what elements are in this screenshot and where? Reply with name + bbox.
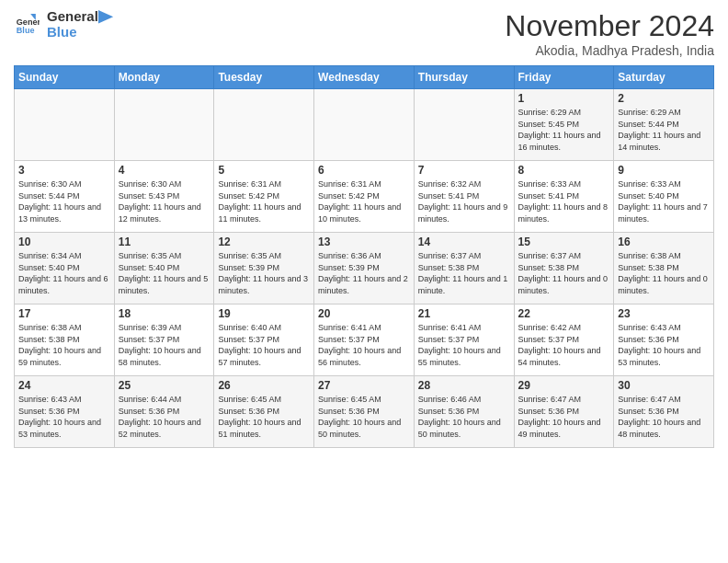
day-info: Sunrise: 6:33 AMSunset: 5:41 PMDaylight:… — [518, 178, 610, 224]
day-number: 15 — [518, 236, 610, 248]
table-row: 15Sunrise: 6:37 AMSunset: 5:38 PMDayligh… — [514, 233, 614, 304]
table-row: 13Sunrise: 6:36 AMSunset: 5:39 PMDayligh… — [314, 233, 415, 304]
table-row: 12Sunrise: 6:35 AMSunset: 5:39 PMDayligh… — [214, 233, 314, 304]
table-row: 18Sunrise: 6:39 AMSunset: 5:37 PMDayligh… — [114, 304, 214, 376]
day-info: Sunrise: 6:32 AMSunset: 5:41 PMDaylight:… — [418, 178, 510, 224]
day-number: 3 — [18, 164, 110, 177]
logo-icon: General Blue — [14, 12, 40, 38]
day-number: 26 — [218, 379, 310, 392]
day-info: Sunrise: 6:35 AMSunset: 5:39 PMDaylight:… — [218, 250, 310, 296]
table-row: 30Sunrise: 6:47 AMSunset: 5:36 PMDayligh… — [614, 376, 714, 448]
day-info: Sunrise: 6:47 AMSunset: 5:36 PMDaylight:… — [618, 394, 710, 440]
table-row — [114, 89, 214, 161]
calendar-week-row: 10Sunrise: 6:34 AMSunset: 5:40 PMDayligh… — [15, 233, 714, 304]
day-info: Sunrise: 6:39 AMSunset: 5:37 PMDaylight:… — [119, 322, 210, 368]
day-number: 13 — [318, 236, 410, 248]
day-number: 6 — [318, 164, 410, 177]
day-number: 23 — [618, 307, 710, 320]
col-sunday: Sunday — [15, 66, 115, 89]
table-row: 17Sunrise: 6:38 AMSunset: 5:38 PMDayligh… — [15, 304, 115, 376]
month-title: November 2024 — [505, 9, 714, 43]
day-info: Sunrise: 6:35 AMSunset: 5:40 PMDaylight:… — [119, 250, 210, 296]
svg-marker-4 — [98, 10, 113, 23]
day-info: Sunrise: 6:41 AMSunset: 5:37 PMDaylight:… — [318, 322, 410, 368]
day-number: 18 — [119, 307, 210, 320]
calendar-week-row: 1Sunrise: 6:29 AMSunset: 5:45 PMDaylight… — [15, 89, 714, 161]
calendar-week-row: 17Sunrise: 6:38 AMSunset: 5:38 PMDayligh… — [15, 304, 714, 376]
table-row: 20Sunrise: 6:41 AMSunset: 5:37 PMDayligh… — [314, 304, 415, 376]
calendar-week-row: 3Sunrise: 6:30 AMSunset: 5:44 PMDaylight… — [15, 161, 714, 233]
calendar-week-row: 24Sunrise: 6:43 AMSunset: 5:36 PMDayligh… — [15, 376, 714, 448]
table-row: 27Sunrise: 6:45 AMSunset: 5:36 PMDayligh… — [314, 376, 415, 448]
location: Akodia, Madhya Pradesh, India — [505, 43, 714, 58]
day-info: Sunrise: 6:29 AMSunset: 5:44 PMDaylight:… — [618, 107, 710, 153]
day-number: 16 — [618, 236, 710, 248]
day-number: 19 — [218, 307, 310, 320]
day-info: Sunrise: 6:31 AMSunset: 5:42 PMDaylight:… — [218, 178, 310, 224]
page: General Blue General Blue November 2024 … — [0, 0, 728, 563]
table-row: 10Sunrise: 6:34 AMSunset: 5:40 PMDayligh… — [15, 233, 115, 304]
day-info: Sunrise: 6:38 AMSunset: 5:38 PMDaylight:… — [618, 250, 710, 296]
day-info: Sunrise: 6:36 AMSunset: 5:39 PMDaylight:… — [318, 250, 410, 296]
table-row: 28Sunrise: 6:46 AMSunset: 5:36 PMDayligh… — [414, 376, 514, 448]
day-number: 7 — [418, 164, 510, 177]
header: General Blue General Blue November 2024 … — [14, 9, 714, 58]
table-row: 9Sunrise: 6:33 AMSunset: 5:40 PMDaylight… — [614, 161, 714, 233]
col-friday: Friday — [514, 66, 614, 89]
day-info: Sunrise: 6:43 AMSunset: 5:36 PMDaylight:… — [618, 322, 710, 368]
day-number: 29 — [518, 379, 610, 392]
logo-general: General — [47, 9, 98, 25]
day-number: 30 — [618, 379, 710, 392]
table-row: 22Sunrise: 6:42 AMSunset: 5:37 PMDayligh… — [514, 304, 614, 376]
day-info: Sunrise: 6:29 AMSunset: 5:45 PMDaylight:… — [518, 107, 610, 153]
day-info: Sunrise: 6:31 AMSunset: 5:42 PMDaylight:… — [318, 178, 410, 224]
table-row: 5Sunrise: 6:31 AMSunset: 5:42 PMDaylight… — [214, 161, 314, 233]
logo-blue: Blue — [47, 25, 98, 40]
table-row: 14Sunrise: 6:37 AMSunset: 5:38 PMDayligh… — [414, 233, 514, 304]
day-info: Sunrise: 6:40 AMSunset: 5:37 PMDaylight:… — [218, 322, 310, 368]
day-number: 14 — [418, 236, 510, 248]
table-row — [214, 89, 314, 161]
day-info: Sunrise: 6:47 AMSunset: 5:36 PMDaylight:… — [518, 394, 610, 440]
day-info: Sunrise: 6:45 AMSunset: 5:36 PMDaylight:… — [318, 394, 410, 440]
day-number: 1 — [518, 92, 610, 105]
table-row — [15, 89, 115, 161]
day-info: Sunrise: 6:44 AMSunset: 5:36 PMDaylight:… — [119, 394, 210, 440]
table-row: 3Sunrise: 6:30 AMSunset: 5:44 PMDaylight… — [15, 161, 115, 233]
day-info: Sunrise: 6:38 AMSunset: 5:38 PMDaylight:… — [18, 322, 110, 368]
day-info: Sunrise: 6:33 AMSunset: 5:40 PMDaylight:… — [618, 178, 710, 224]
table-row: 6Sunrise: 6:31 AMSunset: 5:42 PMDaylight… — [314, 161, 415, 233]
table-row: 2Sunrise: 6:29 AMSunset: 5:44 PMDaylight… — [614, 89, 714, 161]
table-row: 1Sunrise: 6:29 AMSunset: 5:45 PMDaylight… — [514, 89, 614, 161]
day-number: 27 — [318, 379, 410, 392]
table-row: 8Sunrise: 6:33 AMSunset: 5:41 PMDaylight… — [514, 161, 614, 233]
day-number: 21 — [418, 307, 510, 320]
day-info: Sunrise: 6:30 AMSunset: 5:44 PMDaylight:… — [18, 178, 110, 224]
day-info: Sunrise: 6:43 AMSunset: 5:36 PMDaylight:… — [18, 394, 110, 440]
day-number: 25 — [119, 379, 210, 392]
day-info: Sunrise: 6:45 AMSunset: 5:36 PMDaylight:… — [218, 394, 310, 440]
logo-arrow-icon — [98, 10, 115, 27]
table-row: 23Sunrise: 6:43 AMSunset: 5:36 PMDayligh… — [614, 304, 714, 376]
day-number: 9 — [618, 164, 710, 177]
calendar-table: Sunday Monday Tuesday Wednesday Thursday… — [14, 65, 714, 448]
calendar-header-row: Sunday Monday Tuesday Wednesday Thursday… — [15, 66, 714, 89]
day-number: 4 — [119, 164, 210, 177]
col-tuesday: Tuesday — [214, 66, 314, 89]
table-row: 21Sunrise: 6:41 AMSunset: 5:37 PMDayligh… — [414, 304, 514, 376]
day-number: 24 — [18, 379, 110, 392]
table-row: 24Sunrise: 6:43 AMSunset: 5:36 PMDayligh… — [15, 376, 115, 448]
day-info: Sunrise: 6:30 AMSunset: 5:43 PMDaylight:… — [119, 178, 210, 224]
table-row: 19Sunrise: 6:40 AMSunset: 5:37 PMDayligh… — [214, 304, 314, 376]
day-number: 28 — [418, 379, 510, 392]
table-row: 16Sunrise: 6:38 AMSunset: 5:38 PMDayligh… — [614, 233, 714, 304]
title-block: November 2024 Akodia, Madhya Pradesh, In… — [505, 9, 714, 58]
day-number: 22 — [518, 307, 610, 320]
table-row: 26Sunrise: 6:45 AMSunset: 5:36 PMDayligh… — [214, 376, 314, 448]
day-number: 17 — [18, 307, 110, 320]
col-monday: Monday — [114, 66, 214, 89]
day-number: 10 — [18, 236, 110, 248]
day-info: Sunrise: 6:34 AMSunset: 5:40 PMDaylight:… — [18, 250, 110, 296]
table-row: 25Sunrise: 6:44 AMSunset: 5:36 PMDayligh… — [114, 376, 214, 448]
table-row: 4Sunrise: 6:30 AMSunset: 5:43 PMDaylight… — [114, 161, 214, 233]
